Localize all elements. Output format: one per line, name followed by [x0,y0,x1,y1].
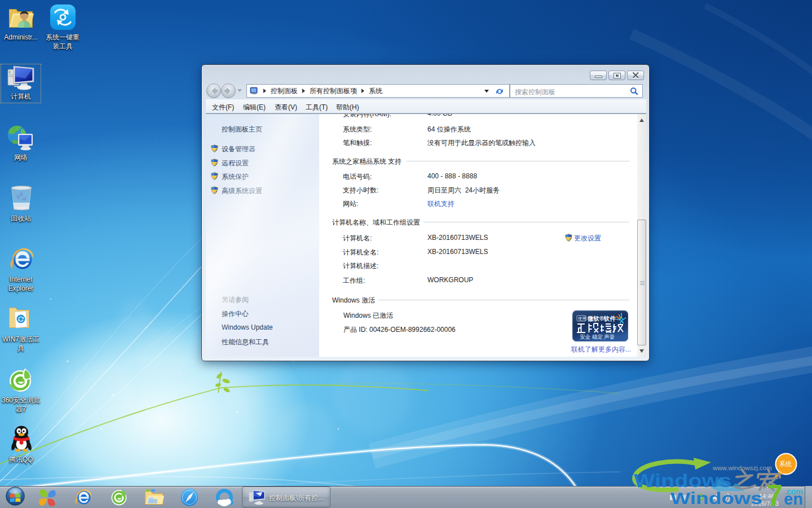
svg-text:微软®软件: 微软®软件 [587,315,616,322]
svg-text:使用: 使用 [578,316,586,321]
svg-text:系统: 系统 [779,461,792,467]
svg-text:安全 稳定 声誉: 安全 稳定 声誉 [580,334,615,340]
